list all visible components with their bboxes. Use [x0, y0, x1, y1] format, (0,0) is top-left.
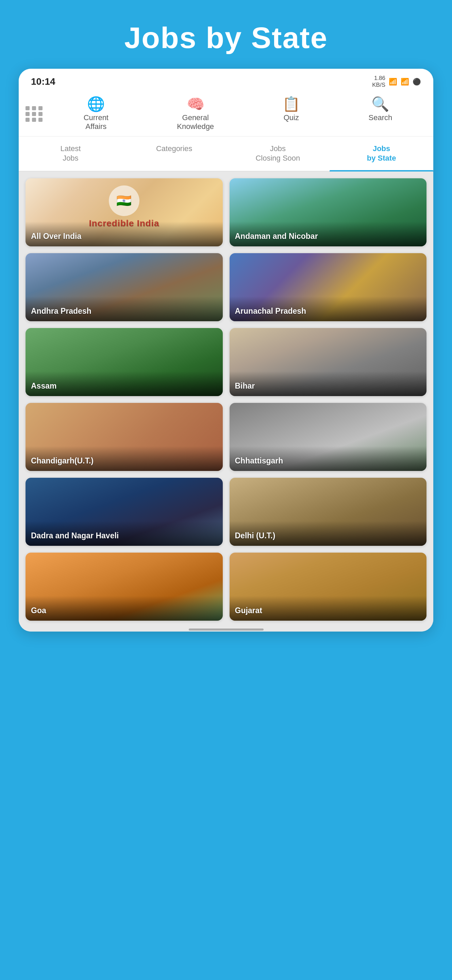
state-label-all-india: All Over India: [25, 221, 223, 247]
nav-label-quiz: Quiz: [284, 113, 299, 122]
content-area: 🇮🇳 Incredible India All Over India Andam…: [19, 172, 433, 627]
scroll-indicator: [19, 627, 433, 632]
state-label-bihar: Bihar: [230, 371, 427, 396]
phone-card: 10:14 1.86KB/S 📶 📶 ⚫ 🌐 CurrentAffairs 🧠 …: [19, 69, 433, 632]
globe-icon: 🌐: [87, 97, 105, 111]
state-card-assam[interactable]: Assam: [25, 328, 223, 396]
scroll-bar: [189, 628, 263, 630]
state-label-andaman: Andaman and Nicobar: [230, 221, 427, 247]
status-time: 10:14: [31, 76, 56, 87]
state-label-chhattisgarh: Chhattisgarh: [230, 446, 427, 471]
state-label-chandigarh: Chandigarh(U.T.): [25, 446, 223, 471]
state-label-assam: Assam: [25, 371, 223, 396]
state-grid: 🇮🇳 Incredible India All Over India Andam…: [25, 178, 427, 620]
status-icons: 1.86KB/S 📶 📶 ⚫: [372, 75, 421, 89]
page-title: Jobs by State: [0, 21, 452, 55]
india-emblem: 🇮🇳: [109, 185, 140, 216]
state-card-andhra-pradesh[interactable]: Andhra Pradesh: [25, 253, 223, 321]
state-label-gujarat: Gujarat: [230, 596, 427, 620]
tab-jobs-closing-soon[interactable]: JobsClosing Soon: [226, 137, 330, 171]
state-card-delhi[interactable]: Delhi (U.T.): [230, 478, 427, 546]
state-label-dadra: Dadra and Nagar Haveli: [25, 521, 223, 546]
nav-items: 🌐 CurrentAffairs 🧠 GeneralKnowledge 📋 Qu…: [49, 97, 427, 131]
network-icon: 📶: [389, 78, 397, 86]
camera-icon: ⚫: [412, 78, 421, 86]
top-header: Jobs by State: [0, 0, 452, 69]
network-speed: 1.86KB/S: [372, 75, 385, 89]
nav-label-current-affairs: CurrentAffairs: [84, 113, 108, 131]
tab-categories[interactable]: Categories: [122, 137, 226, 171]
signal-icon: 📶: [401, 78, 409, 86]
state-card-goa[interactable]: Goa: [25, 553, 223, 620]
state-card-all-india[interactable]: 🇮🇳 Incredible India All Over India: [25, 178, 223, 247]
tab-latest-jobs[interactable]: LatestJobs: [19, 137, 122, 171]
state-label-goa: Goa: [25, 596, 223, 620]
quiz-icon: 📋: [282, 97, 300, 111]
state-label-arunachal-pradesh: Arunachal Pradesh: [230, 296, 427, 321]
state-card-chhattisgarh[interactable]: Chhattisgarh: [230, 403, 427, 471]
nav-bar: 🌐 CurrentAffairs 🧠 GeneralKnowledge 📋 Qu…: [19, 92, 433, 137]
nav-item-search[interactable]: 🔍 Search: [369, 97, 392, 131]
state-card-bihar[interactable]: Bihar: [230, 328, 427, 396]
state-card-gujarat[interactable]: Gujarat: [230, 553, 427, 620]
nav-label-search: Search: [369, 113, 392, 122]
search-icon: 🔍: [371, 97, 389, 111]
state-label-andhra-pradesh: Andhra Pradesh: [25, 296, 223, 321]
state-label-delhi: Delhi (U.T.): [230, 521, 427, 546]
brain-icon: 🧠: [187, 97, 205, 111]
state-card-arunachal-pradesh[interactable]: Arunachal Pradesh: [230, 253, 427, 321]
nav-label-general-knowledge: GeneralKnowledge: [177, 113, 214, 131]
nav-item-general-knowledge[interactable]: 🧠 GeneralKnowledge: [177, 97, 214, 131]
status-bar: 10:14 1.86KB/S 📶 📶 ⚫: [19, 69, 433, 92]
grid-menu-icon[interactable]: [25, 106, 43, 122]
state-card-andaman[interactable]: Andaman and Nicobar: [230, 178, 427, 247]
tab-bar: LatestJobs Categories JobsClosing Soon J…: [19, 137, 433, 172]
tab-jobs-by-state[interactable]: Jobsby State: [330, 137, 433, 171]
state-card-chandigarh[interactable]: Chandigarh(U.T.): [25, 403, 223, 471]
state-card-dadra[interactable]: Dadra and Nagar Haveli: [25, 478, 223, 546]
nav-item-quiz[interactable]: 📋 Quiz: [282, 97, 300, 131]
nav-item-current-affairs[interactable]: 🌐 CurrentAffairs: [84, 97, 108, 131]
